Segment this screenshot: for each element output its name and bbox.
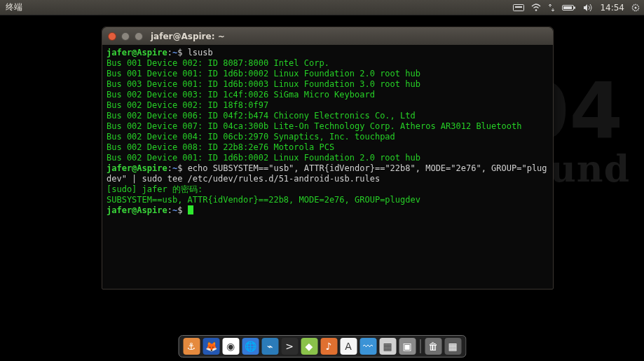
terminal-line: Bus 002 Device 008: ID 22b8:2e76 Motorol… — [107, 142, 549, 153]
dock-item-vscode[interactable]: ⌁ — [261, 338, 278, 355]
svg-point-7 — [635, 6, 637, 8]
cursor — [188, 205, 193, 214]
terminal-title: jafer@Aspire: ~ — [151, 32, 225, 41]
dock-item-workspaces[interactable]: ▦ — [444, 338, 461, 355]
dock-item-app[interactable]: A — [340, 338, 357, 355]
window-maximize-button[interactable] — [135, 32, 143, 41]
dock-item-monitor[interactable]: 〰 — [359, 338, 376, 355]
dock-item-globe[interactable]: 🌐 — [242, 338, 259, 355]
svg-rect-1 — [515, 6, 522, 8]
terminal-line: jafer@Aspire:~$ echo SUBSYSTEM=="usb", A… — [107, 163, 549, 184]
terminal-line: Bus 001 Device 001: ID 1d6b:0002 Linux F… — [107, 69, 549, 79]
dock-separator — [420, 339, 420, 353]
terminal-line: Bus 002 Device 007: ID 04ca:300b Lite-On… — [107, 121, 549, 132]
terminal-line: Bus 002 Device 001: ID 1d6b:0002 Linux F… — [107, 153, 549, 163]
terminal-line: Bus 003 Device 001: ID 1d6b:0003 Linux F… — [107, 79, 549, 90]
dock-item-trash[interactable]: 🗑 — [425, 338, 441, 355]
terminal-line: SUBSYSTEM==usb, ATTR{idVendor}==22b8, MO… — [107, 195, 549, 205]
dock-item-files[interactable]: ▣ — [399, 338, 416, 355]
volume-icon[interactable] — [583, 4, 593, 12]
terminal-line: jafer@Aspire:~$ lsusb — [107, 48, 549, 58]
wifi-icon[interactable] — [531, 4, 541, 12]
terminal-line: Bus 002 Device 004: ID 06cb:2970 Synapti… — [107, 132, 549, 142]
keyboard-icon[interactable] — [513, 4, 524, 12]
dock-item-terminal[interactable]: > — [281, 338, 298, 355]
dock-item-firefox[interactable]: 🦊 — [203, 338, 219, 355]
window-close-button[interactable] — [108, 32, 116, 41]
dock-item-music[interactable]: ♪ — [320, 338, 337, 355]
svg-rect-5 — [563, 6, 572, 9]
updown-icon[interactable] — [548, 4, 555, 12]
battery-icon[interactable] — [562, 4, 576, 12]
terminal-line: [sudo] jafer 的密码: — [107, 184, 549, 195]
terminal-line: Bus 002 Device 003: ID 1c4f:0026 SiGma M… — [107, 90, 549, 100]
top-panel: 终端 14:54 — [0, 0, 644, 15]
gear-icon[interactable] — [631, 4, 640, 12]
terminal-line: Bus 002 Device 006: ID 04f2:b474 Chicony… — [107, 111, 549, 121]
terminal-line: Bus 002 Device 002: ID 18f8:0f97 — [107, 100, 549, 111]
panel-clock[interactable]: 14:54 — [600, 3, 624, 13]
dock-item-anchor[interactable]: ⚓ — [183, 338, 200, 355]
dock: ⚓🦊◉🌐⌁>◆♪A〰▦▣🗑▦ — [178, 335, 466, 357]
panel-app-name[interactable]: 终端 — [0, 1, 22, 13]
terminal-line: jafer@Aspire:~$ — [107, 205, 549, 216]
dock-item-calc[interactable]: ▦ — [379, 338, 396, 355]
dock-item-android-studio[interactable]: ◆ — [301, 338, 317, 355]
dock-item-chrome[interactable]: ◉ — [222, 338, 239, 355]
svg-point-2 — [535, 9, 537, 11]
terminal-line: Bus 001 Device 002: ID 8087:8000 Intel C… — [107, 58, 549, 69]
terminal-window: jafer@Aspire: ~ jafer@Aspire:~$ lsusbBus… — [102, 27, 554, 290]
terminal-titlebar[interactable]: jafer@Aspire: ~ — [102, 27, 553, 45]
window-minimize-button[interactable] — [121, 32, 130, 41]
terminal-body[interactable]: jafer@Aspire:~$ lsusbBus 001 Device 002:… — [102, 45, 553, 289]
svg-rect-4 — [574, 6, 575, 8]
